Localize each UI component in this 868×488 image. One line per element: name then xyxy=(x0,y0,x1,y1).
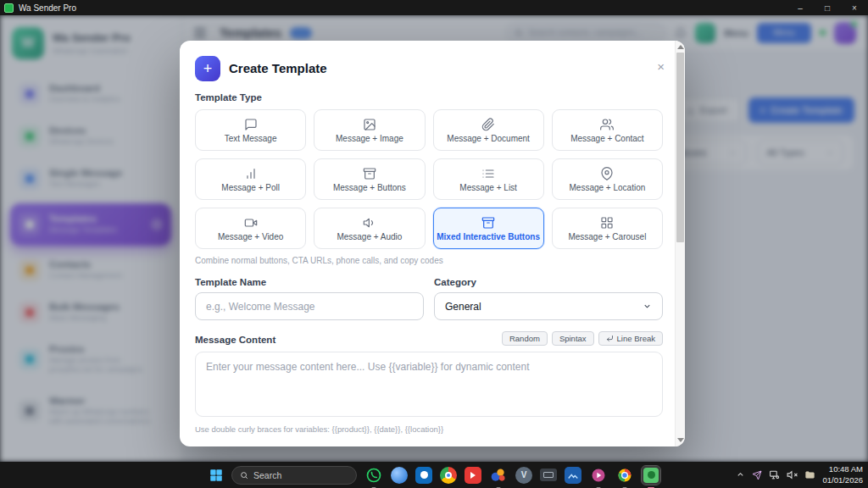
taskbar-search-input[interactable]: Search xyxy=(231,466,357,485)
start-button[interactable] xyxy=(209,468,224,483)
scrollbar-thumb[interactable] xyxy=(676,53,684,242)
type-card-message-video[interactable]: Message + Video xyxy=(195,208,306,249)
tray-network-icon[interactable] xyxy=(769,469,780,480)
variables-hint: Use double curly braces for variables: {… xyxy=(195,424,443,434)
type-hint-text: Combine normal buttons, CTA URLs, phone … xyxy=(195,256,443,265)
message-content-textarea[interactable] xyxy=(195,352,663,417)
template-name-input[interactable] xyxy=(195,292,424,320)
type-card-text-message[interactable]: Text Message xyxy=(195,109,306,151)
list-icon xyxy=(481,167,495,180)
type-card-message-contact[interactable]: Message + Contact xyxy=(552,109,663,151)
tray-chevron-up-icon[interactable] xyxy=(736,470,745,480)
taskbar-browser-icon[interactable] xyxy=(391,467,408,484)
maximize-button[interactable]: □ xyxy=(814,0,841,15)
app-icon xyxy=(4,3,14,13)
random-button[interactable]: Random xyxy=(502,331,548,346)
chat-bubble-icon xyxy=(244,118,258,131)
taskbar-clock[interactable]: 10:48 AM 01/01/2026 xyxy=(822,464,863,485)
template-type-label: Template Type xyxy=(195,92,262,103)
taskbar-keyboard-icon[interactable] xyxy=(540,469,557,481)
chevron-down-icon xyxy=(643,302,652,311)
image-icon xyxy=(363,118,376,131)
taskbar-people-icon[interactable] xyxy=(489,466,508,485)
tray-folder-icon[interactable] xyxy=(804,469,815,480)
taskbar-photos-icon[interactable] xyxy=(565,467,581,484)
create-template-icon: + xyxy=(195,56,220,81)
archive-box-icon xyxy=(481,216,495,230)
taskbar-wa-sender-pro-icon[interactable] xyxy=(642,466,660,485)
users-icon xyxy=(600,118,614,131)
archive-box-icon xyxy=(363,167,376,180)
clock-date: 01/01/2026 xyxy=(822,475,863,485)
window-title: Wa Sender Pro xyxy=(19,3,76,13)
type-card-message-audio[interactable]: Message + Audio xyxy=(314,208,425,249)
tray-mute-speaker-icon[interactable] xyxy=(787,469,798,480)
modal-scrollbar[interactable] xyxy=(675,41,685,446)
type-card-mixed-interactive-buttons[interactable]: Mixed Interactive Buttons xyxy=(433,208,544,249)
taskbar: Search V xyxy=(0,462,868,488)
tray-send-arrow-icon[interactable] xyxy=(752,470,762,480)
category-label: Category xyxy=(434,277,476,287)
clock-time: 10:48 AM xyxy=(822,464,863,474)
type-card-message-document[interactable]: Message + Document xyxy=(433,109,544,151)
modal-title: Create Template xyxy=(229,61,327,75)
taskbar-chrome-icon[interactable] xyxy=(440,467,457,484)
minimize-button[interactable]: – xyxy=(787,0,814,15)
paperclip-icon xyxy=(481,118,495,131)
type-card-message-carousel[interactable]: Message + Carousel xyxy=(552,208,663,249)
type-card-message-image[interactable]: Message + Image xyxy=(314,109,425,151)
type-card-message-list[interactable]: Message + List xyxy=(433,158,544,200)
category-select[interactable]: General xyxy=(434,292,663,320)
spintax-button[interactable]: Spintax xyxy=(552,331,594,346)
taskbar-media-player-icon[interactable] xyxy=(589,466,608,485)
taskbar-outlook-icon[interactable] xyxy=(415,467,432,484)
taskbar-gray-app-icon[interactable]: V xyxy=(515,467,532,484)
template-type-grid: Text Message Message + Image Message + D… xyxy=(195,109,663,249)
corner-down-left-icon xyxy=(606,335,614,342)
scroll-down-arrow-icon[interactable] xyxy=(677,438,684,442)
search-icon xyxy=(240,471,248,480)
video-camera-icon xyxy=(244,216,258,230)
close-window-button[interactable]: × xyxy=(841,0,868,15)
message-tools: Random Spintax Line Break xyxy=(502,331,663,346)
type-card-message-poll[interactable]: Message + Poll xyxy=(195,158,306,200)
close-modal-icon[interactable]: × xyxy=(657,59,665,74)
type-card-message-location[interactable]: Message + Location xyxy=(552,158,663,200)
grid-icon xyxy=(600,216,614,230)
line-break-button[interactable]: Line Break xyxy=(598,331,663,346)
taskbar-media-red-icon[interactable] xyxy=(465,467,481,484)
taskbar-browser2-icon[interactable] xyxy=(615,466,634,485)
screen: Wa Sender Pro – □ × W Wa Sender Pro What… xyxy=(0,0,868,488)
create-template-modal: + Create Template × Template Type Text M… xyxy=(180,41,685,446)
message-content-label: Message Content xyxy=(195,335,275,345)
taskbar-whatsapp-icon[interactable] xyxy=(364,466,383,485)
scroll-up-arrow-icon[interactable] xyxy=(677,45,684,49)
type-card-message-buttons[interactable]: Message + Buttons xyxy=(314,158,425,200)
bar-chart-icon xyxy=(244,167,258,180)
speaker-icon xyxy=(363,216,376,230)
map-pin-icon xyxy=(600,167,614,180)
window-titlebar: Wa Sender Pro – □ × xyxy=(0,0,868,15)
template-name-label: Template Name xyxy=(195,277,266,287)
